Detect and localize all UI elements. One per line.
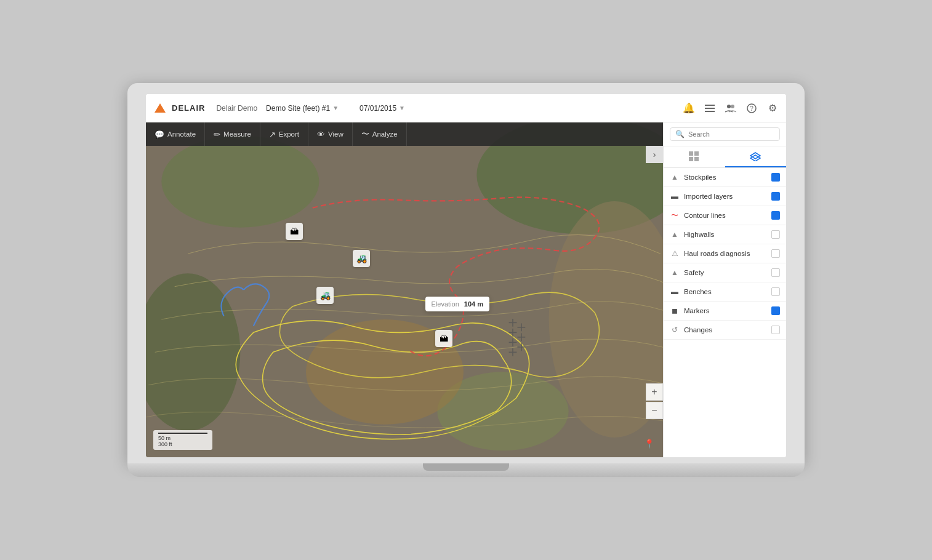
elevation-tooltip: Elevation 104 m — [425, 297, 489, 311]
svg-rect-2 — [705, 108, 715, 109]
svg-rect-29 — [689, 151, 693, 156]
analyze-icon: 〜 — [361, 129, 369, 140]
scale-bar: 50 m 300 ft — [153, 430, 212, 450]
svg-marker-33 — [750, 153, 760, 159]
screen-bezel: DELAIR Delair Demo Demo Site (feet) #1 ▼… — [127, 83, 805, 463]
svg-rect-1 — [705, 105, 715, 106]
location-pin-icon[interactable]: 📍 — [644, 439, 654, 449]
users-icon[interactable] — [725, 102, 737, 114]
layer-item-highwalls[interactable]: ▲Highwalls — [664, 225, 786, 244]
layer-icon-stockpiles: ▲ — [670, 172, 680, 182]
tab-grid[interactable] — [664, 146, 725, 167]
export-button[interactable]: ↗ Export — [260, 122, 308, 146]
search-input[interactable] — [688, 130, 774, 138]
svg-rect-32 — [694, 157, 699, 161]
map-visual[interactable]: 🏔 🚜 🚜 🏔 Elevation 104 m 50 m — [146, 122, 663, 457]
layer-toggle-safety[interactable] — [771, 268, 780, 277]
annotate-label: Annotate — [167, 130, 196, 138]
measure-button[interactable]: ✏ Measure — [205, 122, 260, 146]
search-icon: 🔍 — [675, 130, 685, 138]
layers-list: ▲Stockpiles▬Imported layers〜Contour line… — [664, 168, 786, 457]
layer-item-contour-lines[interactable]: 〜Contour lines — [664, 206, 786, 225]
analyze-button[interactable]: 〜 Analyze — [353, 122, 407, 146]
site-name: Demo Site (feet) #1 — [266, 104, 330, 113]
export-icon: ↗ — [269, 130, 276, 139]
layer-name-imported-layers: Imported layers — [684, 193, 771, 200]
map-toolbar: 💬 Annotate ✏ Measure ↗ Export 👁 — [146, 122, 663, 146]
svg-point-5 — [731, 105, 734, 108]
map-pin-stockpile-2[interactable]: 🏔 — [435, 330, 452, 347]
view-label: View — [328, 130, 343, 138]
layer-name-safety: Safety — [684, 269, 771, 276]
layer-icon-changes: ↺ — [670, 325, 680, 335]
right-panel: 🔍 — [663, 122, 786, 457]
top-bar-right: 🔔 ? ⚙ — [683, 102, 779, 114]
svg-marker-0 — [155, 103, 166, 113]
zoom-in-button[interactable]: + — [646, 383, 663, 401]
map-overlay-svg — [146, 122, 663, 457]
layer-name-haul-roads: Haul roads diagnosis — [684, 250, 771, 257]
layer-name-contour-lines: Contour lines — [684, 212, 771, 219]
layer-item-markers[interactable]: ◼Markers — [664, 302, 786, 321]
elevation-label: Elevation — [432, 300, 459, 308]
map-pin-machine-1[interactable]: 🚜 — [353, 250, 370, 267]
list-icon[interactable] — [704, 102, 716, 114]
map-area: 💬 Annotate ✏ Measure ↗ Export 👁 — [146, 122, 663, 457]
layer-item-safety[interactable]: ▲Safety — [664, 263, 786, 282]
panel-toggle-button[interactable]: › — [646, 146, 663, 163]
layer-name-benches: Benches — [684, 288, 771, 295]
scale-line — [158, 433, 207, 434]
logo-area: DELAIR — [153, 102, 205, 115]
layer-icon-markers: ◼ — [670, 306, 680, 316]
layer-item-imported-layers[interactable]: ▬Imported layers — [664, 187, 786, 206]
tab-layers[interactable] — [725, 146, 787, 167]
laptop-container: DELAIR Delair Demo Demo Site (feet) #1 ▼… — [127, 83, 805, 477]
svg-rect-30 — [694, 151, 699, 156]
layer-toggle-imported-layers[interactable] — [771, 192, 780, 201]
layer-icon-benches: ▬ — [670, 287, 680, 297]
scale-m: 50 m — [158, 435, 207, 441]
layer-toggle-changes[interactable] — [771, 326, 780, 334]
annotate-icon: 💬 — [155, 130, 164, 139]
layer-toggle-benches[interactable] — [771, 287, 780, 296]
layer-item-stockpiles[interactable]: ▲Stockpiles — [664, 168, 786, 187]
layer-toggle-stockpiles[interactable] — [771, 173, 780, 182]
panel-tabs — [664, 146, 786, 168]
help-icon[interactable]: ? — [745, 102, 758, 114]
layer-name-stockpiles: Stockpiles — [684, 174, 771, 181]
site-selector[interactable]: Demo Site (feet) #1 ▼ — [266, 104, 339, 113]
elevation-value: 104 m — [464, 300, 483, 308]
layer-name-changes: Changes — [684, 326, 771, 334]
annotate-button[interactable]: 💬 Annotate — [146, 122, 205, 146]
notification-bell-icon[interactable]: 🔔 — [683, 102, 695, 114]
settings-icon[interactable]: ⚙ — [766, 102, 779, 114]
top-bar: DELAIR Delair Demo Demo Site (feet) #1 ▼… — [146, 94, 786, 122]
laptop-screen: DELAIR Delair Demo Demo Site (feet) #1 ▼… — [146, 94, 786, 457]
layer-icon-contour-lines: 〜 — [670, 210, 680, 220]
layer-name-highwalls: Highwalls — [684, 231, 771, 238]
analyze-label: Analyze — [372, 130, 398, 138]
map-controls: + − — [646, 383, 663, 420]
measure-label: Measure — [223, 130, 251, 138]
layer-toggle-contour-lines[interactable] — [771, 211, 780, 220]
layer-item-changes[interactable]: ↺Changes — [664, 321, 786, 340]
svg-rect-3 — [705, 111, 715, 112]
delair-logo-icon — [153, 102, 167, 115]
scale-ft: 300 ft — [158, 441, 207, 447]
map-pin-machine-2[interactable]: 🚜 — [316, 287, 334, 304]
layer-item-haul-roads[interactable]: ⚠Haul roads diagnosis — [664, 244, 786, 263]
zoom-out-button[interactable]: − — [646, 402, 663, 419]
layer-icon-imported-layers: ▬ — [670, 191, 680, 201]
date-caret-icon: ▼ — [399, 105, 405, 111]
map-pin-stockpile-1[interactable]: 🏔 — [286, 223, 303, 240]
layer-toggle-highwalls[interactable] — [771, 230, 780, 239]
date-selector[interactable]: 07/01/2015 ▼ — [360, 104, 405, 113]
layer-item-benches[interactable]: ▬Benches — [664, 282, 786, 302]
measure-icon: ✏ — [214, 130, 220, 139]
layer-toggle-haul-roads[interactable] — [771, 249, 780, 258]
panel-search: 🔍 — [664, 122, 786, 146]
search-input-wrap: 🔍 — [670, 127, 780, 141]
logo-text: DELAIR — [172, 103, 205, 113]
view-button[interactable]: 👁 View — [308, 122, 353, 146]
layer-toggle-markers[interactable] — [771, 306, 780, 315]
